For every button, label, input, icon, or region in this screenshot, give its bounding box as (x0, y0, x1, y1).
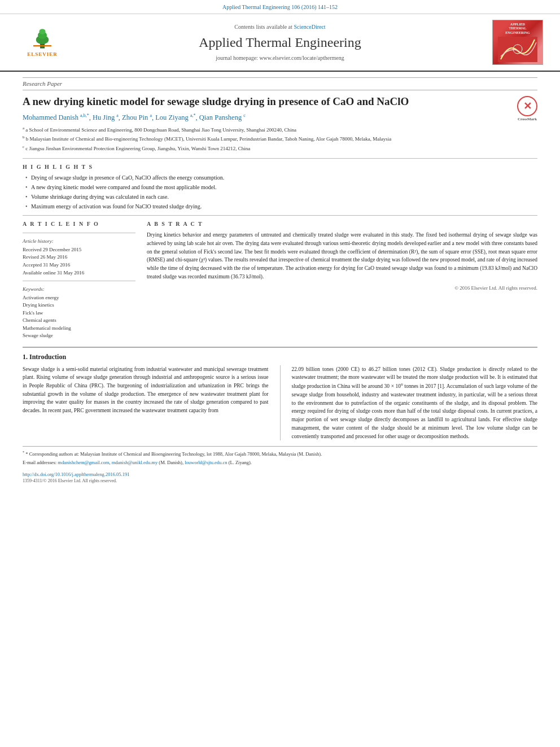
col-divider (280, 365, 281, 441)
received-date: Received 29 December 2015 (23, 246, 135, 254)
article-title-container: A new drying kinetic model for sewage sl… (23, 95, 537, 109)
doi-section: http://dx.doi.org/10.1016/j.applthermale… (23, 471, 537, 478)
authors-line: Mohammed Danish a,b,*, Hu Jing a, Zhou P… (23, 112, 537, 123)
abstract-copyright: © 2016 Elsevier Ltd. All rights reserved… (147, 285, 537, 292)
keyword-3: Fick's law (23, 309, 135, 317)
issn-line: 1359-4311/© 2016 Elsevier Ltd. All right… (23, 478, 537, 484)
keyword-2: Drying kinetics (23, 302, 135, 309)
main-content: Research Paper A new drying kinetic mode… (0, 72, 560, 496)
article-title-text: A new drying kinetic model for sewage sl… (23, 95, 409, 107)
accepted-date: Accepted 31 May 2016 (23, 261, 135, 269)
journal-homepage: journal homepage: www.elsevier.com/locat… (216, 54, 344, 62)
highlight-item: A new drying kinetic model were compared… (25, 184, 537, 191)
svg-point-3 (39, 29, 45, 34)
journal-cover-image: APPLIEDTHERMALENGINEERING (492, 20, 543, 65)
affiliation-b: b b Malaysian Institute of Chemical and … (23, 134, 537, 143)
journal-citation-bar: Applied Thermal Engineering 106 (2016) 1… (0, 0, 560, 14)
doi-link[interactable]: http://dx.doi.org/10.1016/j.applthermale… (23, 471, 129, 477)
intro-col2-text: 22.09 billion tones (2000 CE) to 46.27 b… (292, 366, 538, 439)
email-link-2[interactable]: mdanish@unikl.edu.my (112, 460, 158, 465)
intro-heading: 1. Introduction (23, 352, 537, 362)
highlights-list: Drying of sewage sludge in presence of C… (23, 174, 537, 211)
divider-2 (23, 215, 537, 216)
journal-header: ELSEVIER Contents lists available at Sci… (0, 14, 560, 72)
footnotes: * * Corresponding authors at: Malaysian … (23, 446, 537, 484)
affiliation-a: a a School of Environmental Science and … (23, 125, 537, 134)
cover-title: APPLIEDTHERMALENGINEERING (505, 23, 530, 35)
keyword-1: Activation energy (23, 294, 135, 302)
available-date: Available online 31 May 2016 (23, 269, 135, 277)
contents-text: Contents lists available at (234, 24, 292, 30)
revised-date: Revised 26 May 2016 (23, 254, 135, 261)
keyword-5: Mathematical modeling (23, 325, 135, 333)
journal-title: Applied Thermal Engineering (199, 33, 361, 53)
corresponding-note: * * Corresponding authors at: Malaysian … (23, 449, 537, 458)
sciencedirect-line: Contents lists available at ScienceDirec… (234, 23, 325, 31)
abstract-label: A B S T R A C T (147, 220, 537, 228)
elsevier-logo-area: ELSEVIER (11, 20, 73, 65)
svg-rect-4 (33, 45, 51, 46)
intro-col1-text: Sewage sludge is a semi-solid material o… (23, 366, 269, 414)
highlight-item: Maximum energy of activation was found f… (25, 203, 537, 211)
intro-col-right: 22.09 billion tones (2000 CE) to 46.27 b… (292, 365, 538, 441)
elsevier-brand-text: ELSEVIER (27, 51, 58, 58)
elsevier-logo: ELSEVIER (17, 27, 68, 58)
article-info-label: A R T I C L E I N F O (23, 220, 135, 228)
info-abstract-container: A R T I C L E I N F O Article history: R… (23, 220, 537, 340)
history-label: Article history: (23, 238, 135, 245)
kw-divider (23, 281, 135, 281)
journal-citation: Applied Thermal Engineering 106 (2016) 1… (222, 4, 338, 10)
intro-col-left: Sewage sludge is a semi-solid material o… (23, 365, 269, 441)
keyword-6: Sewage sludge (23, 332, 135, 340)
sciencedirect-link[interactable]: ScienceDirect (294, 24, 326, 30)
intro-divider (23, 347, 537, 348)
cover-graphic-icon (498, 37, 537, 62)
keywords-label: Keywords: (23, 286, 135, 293)
email-note: E-mail addresses: mdanishchem@gmail.com,… (23, 459, 537, 466)
intro-body: Sewage sludge is a semi-solid material o… (23, 365, 537, 441)
affiliations: a a School of Environmental Science and … (23, 125, 537, 153)
email-link-1[interactable]: mdanishchem@gmail.com (58, 460, 109, 465)
paper-type: Research Paper (23, 77, 537, 90)
article-info-col: A R T I C L E I N F O Article history: R… (23, 220, 135, 340)
crossmark-icon: ✕ (517, 96, 537, 116)
divider-1 (23, 158, 537, 159)
crossmark-label: CrossMark (518, 117, 537, 122)
affiliation-c: c c Jiangsu Jinshan Environmental Protec… (23, 144, 537, 153)
abstract-col: A B S T R A C T Drying kinetics behavior… (147, 220, 537, 340)
page: Applied Thermal Engineering 106 (2016) 1… (0, 0, 560, 747)
journal-title-area: Contents lists available at ScienceDirec… (79, 20, 481, 65)
info-divider (23, 233, 135, 233)
highlight-item: Volume shrinkage during drying was calcu… (25, 193, 537, 201)
highlight-item: Drying of sewage sludge in presence of C… (25, 174, 537, 182)
authors-text: Mohammed Danish a,b,*, Hu Jing a, Zhou P… (23, 113, 246, 121)
email-link-3[interactable]: louworld@sjtu.edu.cn (185, 460, 227, 465)
keyword-4: Chemical agents (23, 317, 135, 325)
elsevier-tree-icon (23, 27, 62, 50)
abstract-text: Drying kinetics behavior and energy para… (147, 231, 537, 281)
journal-cover-area: APPLIEDTHERMALENGINEERING (487, 20, 549, 65)
svg-rect-5 (498, 37, 537, 62)
crossmark-badge[interactable]: ✕ CrossMark (517, 96, 537, 122)
highlights-label: H I G H L I G H T S (23, 163, 537, 171)
